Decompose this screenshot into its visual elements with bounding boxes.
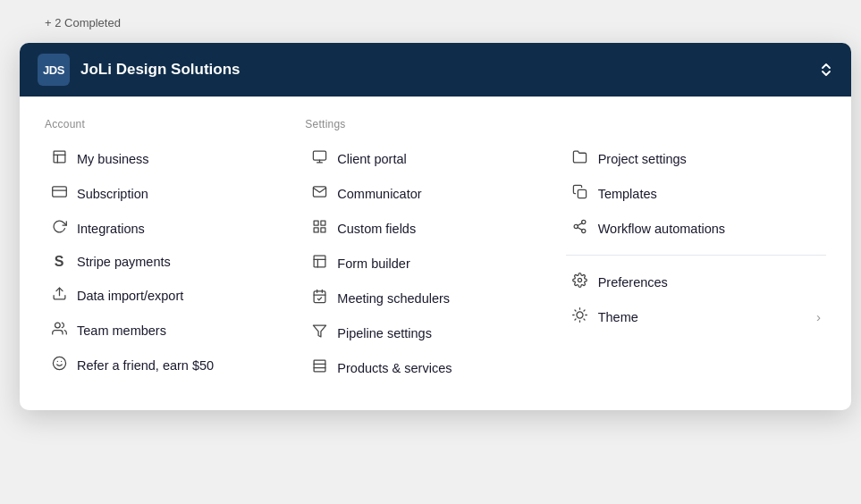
templates-label: Templates xyxy=(598,187,821,201)
svg-line-36 xyxy=(575,310,576,311)
building-icon xyxy=(50,149,68,168)
sidebar-item-subscription[interactable]: Subscription xyxy=(45,176,305,211)
project-settings-label: Project settings xyxy=(598,152,821,166)
my-business-label: My business xyxy=(77,152,300,166)
credit-card-icon xyxy=(50,184,68,203)
sidebar-item-client-portal[interactable]: Client portal xyxy=(305,141,565,176)
sidebar-item-products-services[interactable]: Products & services xyxy=(305,350,565,385)
account-section-label: Account xyxy=(45,118,305,130)
stripe-payments-label: Stripe payments xyxy=(77,255,300,269)
svg-rect-15 xyxy=(314,256,325,267)
integrations-label: Integrations xyxy=(77,222,300,236)
workflow-icon xyxy=(571,219,589,238)
sidebar-item-communicator[interactable]: Communicator xyxy=(305,176,565,211)
svg-rect-14 xyxy=(314,228,318,232)
svg-point-6 xyxy=(55,323,60,328)
dropdown-body: Account My business Subscription xyxy=(20,97,851,410)
folder-icon xyxy=(571,149,589,168)
communicator-label: Communicator xyxy=(337,187,560,201)
expand-collapse-icon[interactable] xyxy=(819,63,833,77)
sidebar-item-project-settings[interactable]: Project settings xyxy=(566,141,826,176)
svg-rect-13 xyxy=(321,228,325,232)
workflow-automations-label: Workflow automations xyxy=(598,222,821,236)
account-column: Account My business Subscription xyxy=(45,118,305,385)
communicator-icon xyxy=(310,184,328,203)
dropdown-header[interactable]: JDS JoLi Design Solutions xyxy=(20,43,851,97)
copy-icon xyxy=(571,184,589,203)
sidebar-item-form-builder[interactable]: Form builder xyxy=(305,246,565,281)
theme-icon xyxy=(571,307,589,326)
svg-rect-26 xyxy=(578,189,587,197)
svg-marker-22 xyxy=(313,325,325,337)
sidebar-item-workflow-automations[interactable]: Workflow automations xyxy=(566,211,826,246)
divider xyxy=(566,255,826,256)
svg-point-7 xyxy=(53,357,65,369)
subscription-label: Subscription xyxy=(77,187,300,201)
sidebar-item-templates[interactable]: Templates xyxy=(566,176,826,211)
settings-section-label: Settings xyxy=(305,118,565,130)
meeting-schedulers-label: Meeting schedulers xyxy=(337,291,560,306)
data-import-export-label: Data import/export xyxy=(77,289,300,303)
chevron-right-icon: › xyxy=(816,309,821,324)
calendar-icon xyxy=(310,289,328,307)
smile-icon xyxy=(50,356,68,374)
sidebar-item-data-import-export[interactable]: Data import/export xyxy=(45,278,305,313)
sidebar-item-integrations[interactable]: Integrations xyxy=(45,211,305,246)
preferences-label: Preferences xyxy=(598,275,821,290)
sidebar-item-pipeline-settings[interactable]: Pipeline settings xyxy=(305,315,565,350)
sidebar-item-meeting-schedulers[interactable]: Meeting schedulers xyxy=(305,281,565,315)
right-section-spacer xyxy=(566,118,826,130)
products-services-label: Products & services xyxy=(337,361,560,375)
company-title: JoLi Design Solutions xyxy=(80,61,241,79)
theme-label: Theme xyxy=(598,310,807,324)
dropdown-menu: JDS JoLi Design Solutions Account My bus… xyxy=(20,43,851,410)
svg-rect-10 xyxy=(313,151,325,160)
completed-hint: + 2 Completed xyxy=(45,16,121,29)
settings-column: Settings Client portal Communicator xyxy=(305,118,565,385)
integrations-icon xyxy=(50,219,68,238)
svg-line-37 xyxy=(584,319,585,320)
sidebar-item-stripe-payments[interactable]: S Stripe payments xyxy=(45,246,305,278)
svg-line-30 xyxy=(578,228,582,231)
avatar: JDS xyxy=(38,54,70,86)
form-icon xyxy=(310,254,328,273)
upload-icon xyxy=(50,286,68,305)
refer-friend-label: Refer a friend, earn $50 xyxy=(77,358,300,373)
stripe-icon: S xyxy=(50,254,68,270)
sidebar-item-team-members[interactable]: Team members xyxy=(45,313,305,348)
svg-rect-12 xyxy=(321,221,325,225)
form-builder-label: Form builder xyxy=(337,256,560,271)
sidebar-item-my-business[interactable]: My business xyxy=(45,141,305,176)
sidebar-item-preferences[interactable]: Preferences xyxy=(566,265,826,299)
sidebar-item-theme[interactable]: Theme › xyxy=(566,299,826,334)
svg-rect-23 xyxy=(314,360,325,372)
team-icon xyxy=(50,321,68,340)
svg-line-31 xyxy=(578,223,582,226)
svg-rect-18 xyxy=(314,291,325,303)
sidebar-item-refer-friend[interactable]: Refer a friend, earn $50 xyxy=(45,348,305,382)
client-portal-label: Client portal xyxy=(337,152,560,166)
gear-icon xyxy=(571,273,589,291)
pipeline-settings-label: Pipeline settings xyxy=(337,326,560,340)
filter-icon xyxy=(310,323,328,342)
svg-rect-3 xyxy=(52,187,66,197)
sidebar-item-custom-fields[interactable]: Custom fields xyxy=(305,211,565,246)
svg-line-41 xyxy=(584,310,585,311)
right-column: Project settings Templates Workflow auto… xyxy=(566,118,826,385)
svg-point-32 xyxy=(578,278,582,281)
svg-point-33 xyxy=(577,312,583,318)
portal-icon xyxy=(310,149,328,168)
custom-fields-label: Custom fields xyxy=(337,222,560,236)
svg-rect-11 xyxy=(314,221,318,225)
grid-icon xyxy=(310,219,328,238)
team-members-label: Team members xyxy=(77,323,300,338)
svg-rect-0 xyxy=(54,151,65,163)
products-icon xyxy=(310,358,328,377)
svg-line-40 xyxy=(575,319,576,320)
header-left: JDS JoLi Design Solutions xyxy=(38,54,241,86)
